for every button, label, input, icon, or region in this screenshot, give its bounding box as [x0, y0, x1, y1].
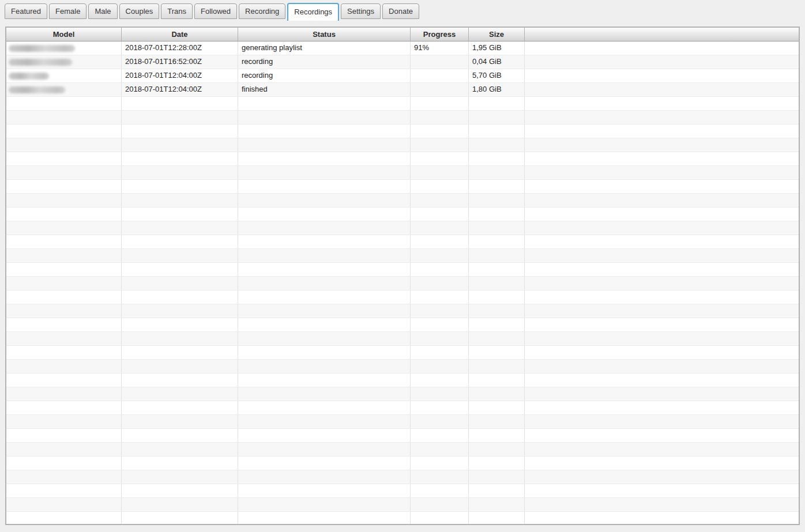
cell-progress [411, 401, 469, 415]
redacted-model-name [9, 73, 49, 80]
cell-status [238, 221, 411, 235]
cell-date [122, 401, 238, 415]
cell-progress [411, 97, 469, 111]
cell-progress [411, 207, 469, 221]
cell-model [6, 304, 122, 318]
tab-settings[interactable]: Settings [341, 3, 381, 19]
cell-model [6, 429, 122, 443]
cell-date [122, 360, 238, 373]
tab-male[interactable]: Male [88, 3, 117, 19]
cell-model [6, 401, 122, 415]
cell-date [122, 207, 238, 221]
tab-couples[interactable]: Couples [119, 3, 160, 19]
cell-status: generating playlist [238, 41, 411, 55]
cell-date [122, 263, 238, 277]
cell-model [6, 97, 122, 111]
cell-date [122, 111, 238, 124]
cell-size [469, 415, 525, 429]
table-row-empty [6, 373, 799, 387]
cell-model [6, 235, 122, 249]
table-row-empty [6, 138, 799, 152]
cell-status [238, 180, 411, 194]
tab-featured[interactable]: Featured [5, 3, 47, 19]
table-row-empty [6, 97, 799, 111]
cell-date [122, 332, 238, 346]
cell-status [238, 194, 411, 207]
cell-size [469, 387, 525, 401]
cell-size [469, 207, 525, 221]
column-header-progress[interactable]: Progress [411, 28, 469, 41]
cell-size [469, 263, 525, 277]
table-row-empty [6, 166, 799, 180]
cell-size: 5,70 GiB [469, 69, 525, 83]
tab-donate[interactable]: Donate [382, 3, 419, 19]
cell-size [469, 346, 525, 360]
table-row-empty [6, 290, 799, 304]
cell-date [122, 124, 238, 138]
cell-status [238, 470, 411, 484]
cell-status [238, 456, 411, 470]
cell-status [238, 484, 411, 498]
cell-date [122, 152, 238, 166]
cell-extra [525, 415, 799, 429]
table-row-empty [6, 498, 799, 512]
cell-model [6, 207, 122, 221]
column-header-model[interactable]: Model [6, 28, 122, 41]
tab-trans[interactable]: Trans [161, 3, 193, 19]
cell-size [469, 97, 525, 111]
tab-recordings[interactable]: Recordings [287, 3, 339, 21]
table-row-empty [6, 249, 799, 263]
cell-model [6, 318, 122, 332]
table-row-empty [6, 304, 799, 318]
column-header-extra[interactable] [525, 28, 799, 41]
cell-model [6, 332, 122, 346]
table-row[interactable]: 2018-07-01T12:28:00Zgenerating playlist9… [6, 41, 799, 55]
table-row-empty [6, 456, 799, 470]
cell-status [238, 207, 411, 221]
cell-date [122, 277, 238, 290]
cell-size [469, 373, 525, 387]
column-header-date[interactable]: Date [122, 28, 238, 41]
tab-female[interactable]: Female [49, 3, 86, 19]
cell-model [6, 277, 122, 290]
cell-status [238, 387, 411, 401]
cell-model [6, 470, 122, 484]
cell-extra [525, 346, 799, 360]
cell-date [122, 484, 238, 498]
cell-progress [411, 456, 469, 470]
table-row-empty [6, 360, 799, 373]
cell-progress [411, 443, 469, 456]
cell-date [122, 249, 238, 263]
cell-size [469, 512, 525, 525]
table-row[interactable]: 2018-07-01T12:04:00Zfinished1,80 GiB [6, 83, 799, 97]
tab-recording[interactable]: Recording [239, 3, 285, 19]
cell-extra [525, 277, 799, 290]
cell-model [6, 456, 122, 470]
column-header-size[interactable]: Size [469, 28, 525, 41]
cell-model [6, 373, 122, 387]
cell-extra [525, 387, 799, 401]
cell-status [238, 263, 411, 277]
table-row-empty [6, 111, 799, 124]
tab-followed[interactable]: Followed [194, 3, 237, 19]
table-row[interactable]: 2018-07-01T16:52:00Zrecording0,04 GiB [6, 55, 799, 69]
cell-status [238, 429, 411, 443]
cell-progress [411, 512, 469, 525]
cell-extra [525, 360, 799, 373]
table-row-empty [6, 124, 799, 138]
cell-extra [525, 69, 799, 83]
cell-size [469, 484, 525, 498]
cell-extra [525, 124, 799, 138]
tab-bar: Featured Female Male Couples Trans Follo… [5, 0, 421, 21]
cell-model [6, 152, 122, 166]
cell-extra [525, 41, 799, 55]
cell-status [238, 138, 411, 152]
cell-size [469, 498, 525, 512]
cell-extra [525, 401, 799, 415]
table-row[interactable]: 2018-07-01T12:04:00Zrecording5,70 GiB [6, 69, 799, 83]
table-row-empty [6, 152, 799, 166]
cell-status [238, 111, 411, 124]
column-header-status[interactable]: Status [238, 28, 411, 41]
cell-extra [525, 83, 799, 97]
cell-model [6, 111, 122, 124]
